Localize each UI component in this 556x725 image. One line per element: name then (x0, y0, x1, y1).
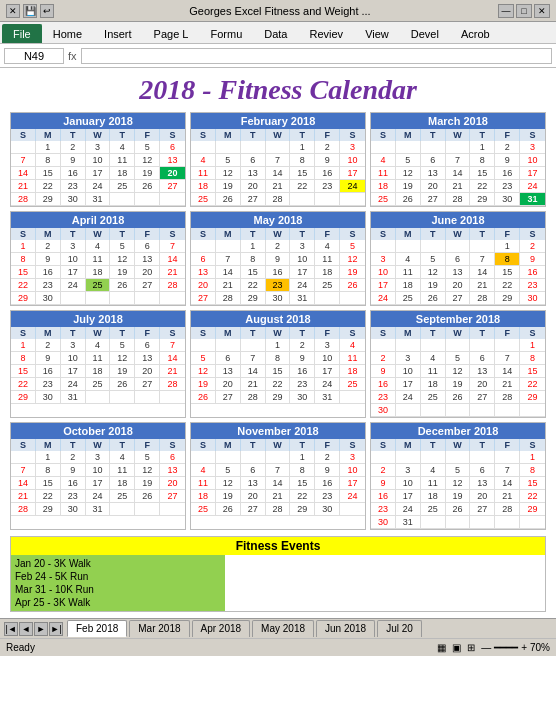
last-sheet-button[interactable]: ►| (49, 622, 63, 636)
day-of-week-label: W (86, 129, 111, 141)
day-of-week-label: W (266, 228, 291, 240)
next-sheet-button[interactable]: ► (34, 622, 48, 636)
day-cell: 27 (160, 490, 185, 503)
day-of-week-label: T (61, 129, 86, 141)
view-normal-icon[interactable]: ▦ (437, 642, 446, 653)
month-header: December 2018 (371, 423, 545, 439)
day-of-week-label: S (191, 439, 216, 451)
tab-developer[interactable]: Devel (400, 24, 450, 43)
day-cell: 2 (315, 141, 340, 154)
day-cell: 30 (371, 404, 396, 417)
first-sheet-button[interactable]: |◄ (4, 622, 18, 636)
day-cell: 12 (191, 365, 216, 378)
tab-review[interactable]: Reviev (299, 24, 355, 43)
month-header: January 2018 (11, 113, 185, 129)
day-cell: 13 (135, 352, 160, 365)
day-cell: 17 (61, 266, 86, 279)
day-cell: 25 (86, 378, 111, 391)
day-of-week-label: S (191, 228, 216, 240)
day-cell: 15 (11, 365, 36, 378)
cell-reference[interactable]: N49 (4, 48, 64, 64)
day-cell: 2 (266, 240, 291, 253)
day-cell: 16 (61, 477, 86, 490)
day-cell: 20 (470, 490, 495, 503)
day-cell: 22 (520, 378, 545, 391)
sheet-tab[interactable]: May 2018 (252, 620, 314, 637)
tab-file[interactable]: File (2, 24, 42, 43)
month-days-grid: 1234567891011121314151617181920212223242… (191, 240, 365, 305)
sheet-tab[interactable]: Feb 2018 (67, 620, 127, 637)
minimize-button[interactable]: — (498, 4, 514, 18)
day-of-week-label: M (36, 129, 61, 141)
day-cell: 17 (290, 266, 315, 279)
tab-page-layout[interactable]: Page L (143, 24, 200, 43)
day-cell: 30 (520, 292, 545, 305)
maximize-button[interactable]: □ (516, 4, 532, 18)
tab-formulas[interactable]: Formu (199, 24, 253, 43)
day-cell: 4 (86, 339, 111, 352)
day-cell (446, 339, 471, 352)
day-cell: 19 (216, 490, 241, 503)
month-april: April 2018SMTWTFS12345678910111213141516… (10, 211, 186, 306)
tab-acrobat[interactable]: Acrob (450, 24, 501, 43)
day-cell: 25 (371, 193, 396, 206)
day-cell: 16 (520, 266, 545, 279)
day-cell: 26 (216, 503, 241, 516)
day-cell: 6 (421, 154, 446, 167)
day-cell: 21 (241, 378, 266, 391)
view-page-break-icon[interactable]: ⊞ (467, 642, 475, 653)
sheet-tab[interactable]: Apr 2018 (192, 620, 251, 637)
day-cell: 17 (61, 365, 86, 378)
day-cell: 8 (36, 154, 61, 167)
tab-view[interactable]: View (354, 24, 400, 43)
day-cell: 25 (191, 503, 216, 516)
formula-input[interactable] (81, 48, 552, 64)
day-cell: 11 (191, 477, 216, 490)
day-cell: 24 (290, 279, 315, 292)
day-cell: 27 (216, 391, 241, 404)
day-cell: 23 (520, 279, 545, 292)
excel-icon: ✕ (6, 4, 20, 18)
day-of-week-label: W (86, 228, 111, 240)
day-cell: 15 (290, 477, 315, 490)
sheet-tab[interactable]: Mar 2018 (129, 620, 189, 637)
sheet-tab[interactable]: Jun 2018 (316, 620, 375, 637)
day-cell: 26 (446, 503, 471, 516)
ready-status: Ready (6, 642, 35, 653)
tab-insert[interactable]: Insert (93, 24, 143, 43)
days-of-week-header: SMTWTFS (11, 327, 185, 339)
day-cell: 16 (290, 365, 315, 378)
zoom-in-button[interactable]: + (521, 642, 527, 653)
ribbon: File Home Insert Page L Formu Data Revie… (0, 22, 556, 44)
day-cell: 23 (61, 490, 86, 503)
day-cell: 30 (315, 503, 340, 516)
day-cell (396, 404, 421, 417)
sheet-tab[interactable]: Jul 20 (377, 620, 422, 637)
day-cell: 6 (160, 451, 185, 464)
day-cell (135, 391, 160, 404)
day-cell: 9 (520, 253, 545, 266)
tab-data[interactable]: Data (253, 24, 298, 43)
day-cell: 4 (396, 253, 421, 266)
undo-icon[interactable]: ↩ (40, 4, 54, 18)
zoom-slider[interactable]: ━━━━ (494, 642, 518, 653)
day-of-week-label: W (446, 129, 471, 141)
day-cell: 7 (160, 240, 185, 253)
tab-home[interactable]: Home (42, 24, 93, 43)
day-cell: 10 (520, 154, 545, 167)
main-content: 2018 - Fitness Calendar January 2018SMTW… (0, 68, 556, 618)
day-cell: 28 (11, 503, 36, 516)
day-cell: 19 (446, 490, 471, 503)
prev-sheet-button[interactable]: ◄ (19, 622, 33, 636)
close-button[interactable]: ✕ (534, 4, 550, 18)
zoom-out-button[interactable]: — (481, 642, 491, 653)
save-icon[interactable]: 💾 (23, 4, 37, 18)
day-cell: 23 (315, 180, 340, 193)
day-cell (371, 240, 396, 253)
day-cell (135, 193, 160, 206)
view-layout-icon[interactable]: ▣ (452, 642, 461, 653)
day-cell: 22 (241, 279, 266, 292)
day-cell: 29 (11, 391, 36, 404)
day-cell: 14 (495, 477, 520, 490)
day-cell: 13 (470, 477, 495, 490)
